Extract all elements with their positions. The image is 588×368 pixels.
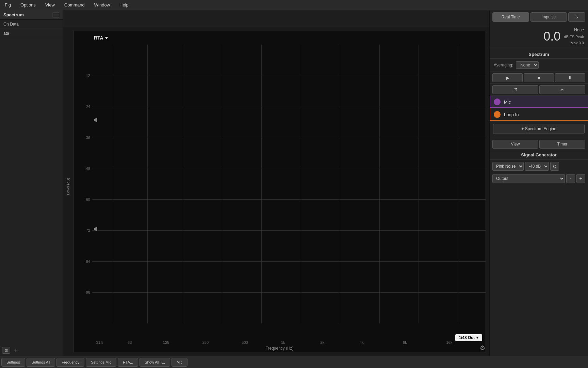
grid-hline-0 bbox=[92, 76, 486, 76]
x-tick-250: 250 bbox=[202, 340, 209, 344]
bottom-btn-settings-all[interactable]: Settings All bbox=[27, 358, 55, 367]
transport-scissors[interactable]: ✂ bbox=[539, 85, 585, 94]
center-toolbar bbox=[63, 10, 489, 27]
grid-vline-8 bbox=[419, 45, 419, 323]
grid-hline-5 bbox=[92, 230, 486, 231]
y-tick-6: -84 bbox=[75, 259, 90, 263]
y-tick-3: -48 bbox=[75, 167, 90, 171]
transport-pause[interactable]: ⏸ bbox=[555, 73, 585, 82]
y-tick-5: -72 bbox=[75, 228, 90, 232]
grid-vline-2 bbox=[183, 45, 183, 323]
x-tick-1k: 1k bbox=[281, 340, 285, 344]
sidebar-item-ata[interactable]: ata bbox=[0, 29, 63, 38]
mic-name: Mic bbox=[504, 99, 585, 105]
menubar: Fig Options View Command Window Help bbox=[0, 0, 588, 10]
x-tick-125: 125 bbox=[163, 340, 169, 344]
center-area: Level (dB) RTA -12-24-36-48-60-72-84-96 bbox=[63, 10, 489, 356]
loopin-name: Loop In bbox=[504, 112, 585, 117]
noise-extra-btn[interactable]: C bbox=[550, 162, 559, 171]
transport-stop[interactable]: ■ bbox=[524, 73, 554, 82]
chart-inner: RTA -12-24-36-48-60-72-84-96 bbox=[74, 31, 486, 334]
grid-hline-3 bbox=[92, 169, 486, 169]
chart-container: RTA -12-24-36-48-60-72-84-96 31 bbox=[73, 31, 486, 352]
bottom-btn-mic[interactable]: Mic bbox=[172, 358, 187, 367]
x-tick-31: 31.5 bbox=[96, 340, 103, 344]
grid-hline-6 bbox=[92, 261, 486, 262]
level-value: 0.0 bbox=[543, 29, 560, 44]
mode-impulse-btn[interactable]: Impulse bbox=[530, 12, 567, 22]
grid-hline-4 bbox=[92, 199, 486, 200]
bottom-btn-rta[interactable]: RTA... bbox=[118, 358, 138, 367]
sidebar-add-btn[interactable]: + bbox=[14, 347, 17, 353]
grid-hline-7 bbox=[92, 292, 486, 293]
gear-icon[interactable]: ⚙ bbox=[480, 344, 485, 352]
y-axis-label: Level (dB) bbox=[63, 31, 73, 342]
output-select[interactable]: Output bbox=[492, 174, 565, 183]
grid-vline-9 bbox=[458, 45, 458, 323]
menu-window[interactable]: Window bbox=[92, 2, 112, 8]
mic-dot bbox=[494, 98, 501, 105]
loopin-dot bbox=[494, 111, 501, 118]
grid-hline-1 bbox=[92, 107, 486, 107]
bottom-btn-frequency[interactable]: Frequency bbox=[56, 358, 84, 367]
main-layout: Spectrum On Data ata ⊡ + Level (dB) RTA bbox=[0, 10, 588, 356]
grid-vline-3 bbox=[222, 45, 222, 323]
y-tick-2: -36 bbox=[75, 136, 90, 140]
bottom-btn-settings[interactable]: Settings bbox=[1, 358, 25, 367]
menu-view[interactable]: View bbox=[43, 2, 57, 8]
signal-gen-row: Pink Noise -48 dB C bbox=[490, 160, 588, 173]
y-tick-0: -12 bbox=[75, 74, 90, 78]
sidebar-menu-icon[interactable] bbox=[53, 13, 59, 17]
bottom-btn-show-all[interactable]: Show All T... bbox=[140, 358, 170, 367]
timer-btn[interactable]: Timer bbox=[539, 140, 585, 149]
averaging-select[interactable]: None bbox=[516, 61, 539, 69]
x-tick-63: 63 bbox=[128, 340, 132, 344]
y-tick-1: -24 bbox=[75, 105, 90, 109]
output-row: Output - + bbox=[490, 173, 588, 184]
bottom-toolbar: Settings Settings All Frequency Settings… bbox=[0, 356, 588, 368]
output-minus-btn[interactable]: - bbox=[566, 174, 575, 183]
grid-vline-0 bbox=[112, 45, 112, 323]
x-tick-2k: 2k bbox=[320, 340, 324, 344]
noise-type-select[interactable]: Pink Noise bbox=[492, 162, 524, 171]
bottom-btn-settings-mic[interactable]: Settings Mic bbox=[86, 358, 116, 367]
engine-loopin-entry[interactable]: Loop In bbox=[490, 108, 588, 121]
level-display: 0.0 None dB FS Peak Max 0.0 bbox=[490, 24, 588, 49]
y-arrow-lower[interactable] bbox=[93, 226, 97, 232]
menu-fig[interactable]: Fig bbox=[3, 2, 13, 8]
transport-timer[interactable]: ⏱ bbox=[492, 85, 538, 94]
grid-vline-6 bbox=[340, 45, 340, 323]
chart-bottom-controls: 1/48 Oct bbox=[455, 334, 482, 341]
grid-vline-5 bbox=[301, 45, 301, 323]
x-axis-label: Frequency (Hz) bbox=[74, 344, 486, 352]
grid-vline-7 bbox=[379, 45, 380, 323]
x-tick-4k: 4k bbox=[360, 340, 364, 344]
noise-db-select[interactable]: -48 dB bbox=[525, 162, 549, 171]
mode-buttons-row: Real Time Impulse S bbox=[490, 10, 588, 24]
sidebar-item-on-data[interactable]: On Data bbox=[0, 20, 63, 29]
transport-play[interactable]: ▶ bbox=[492, 73, 523, 82]
menu-command[interactable]: Command bbox=[62, 2, 87, 8]
sidebar-bottom-btn[interactable]: ⊡ bbox=[2, 347, 10, 354]
grid-vline-4 bbox=[261, 45, 262, 323]
averaging-label: Averaging: bbox=[494, 63, 513, 67]
transport-row-2: ⏱ ✂ bbox=[490, 84, 588, 96]
view-btn[interactable]: View bbox=[492, 140, 538, 149]
menu-help[interactable]: Help bbox=[117, 2, 131, 8]
view-timer-row: View Timer bbox=[490, 138, 588, 150]
x-tick-500: 500 bbox=[242, 340, 248, 344]
y-tick-7: -96 bbox=[75, 290, 90, 294]
add-engine-btn[interactable]: + Spectrum Engine bbox=[493, 124, 585, 134]
x-tick-8k: 8k bbox=[403, 340, 407, 344]
menu-options[interactable]: Options bbox=[18, 2, 38, 8]
oct-badge[interactable]: 1/48 Oct bbox=[455, 334, 482, 341]
engine-mic-entry[interactable]: Mic bbox=[490, 96, 588, 108]
mode-realtime-btn[interactable]: Real Time bbox=[492, 12, 529, 22]
output-plus-btn[interactable]: + bbox=[576, 174, 585, 183]
y-arrow-upper[interactable] bbox=[93, 117, 97, 123]
level-info: None dB FS Peak Max 0.0 bbox=[564, 27, 584, 46]
sidebar-title: Spectrum bbox=[3, 12, 24, 17]
mode-s-btn[interactable]: S bbox=[568, 12, 585, 22]
rta-label[interactable]: RTA bbox=[94, 35, 108, 41]
grid-area: -12-24-36-48-60-72-84-96 bbox=[92, 45, 486, 323]
